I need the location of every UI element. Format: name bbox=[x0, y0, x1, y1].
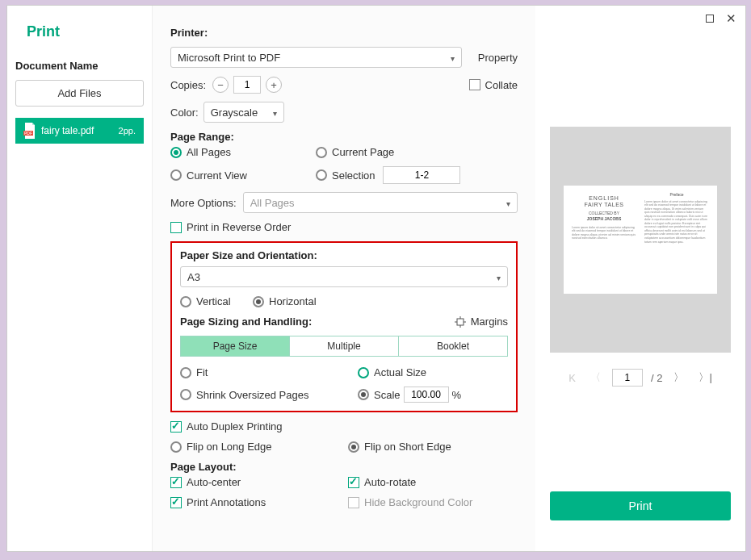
auto-rotate-checkbox[interactable]: Auto-rotate bbox=[348, 476, 416, 488]
more-options-value: All Pages bbox=[250, 197, 295, 209]
copies-input[interactable] bbox=[233, 76, 261, 94]
chevron-down-icon bbox=[497, 271, 501, 283]
preview-blurb-left: Lorem ipsum dolor sit amet consectetur a… bbox=[572, 226, 636, 240]
paper-label: Paper Size and Orientation: bbox=[180, 249, 317, 261]
printer-label: Printer: bbox=[170, 27, 208, 39]
scale-input[interactable] bbox=[404, 387, 449, 403]
pager-last[interactable]: 〉| bbox=[695, 370, 715, 385]
printer-dropdown[interactable]: Microsoft Print to PDF bbox=[170, 47, 462, 68]
collate-checkbox[interactable]: Collate bbox=[469, 79, 518, 91]
current-page-radio[interactable]: Current Page bbox=[316, 146, 394, 158]
print-dialog: ✕ Print Document Name Add Files PDF fair… bbox=[6, 5, 746, 552]
property-link[interactable]: Property bbox=[478, 52, 518, 64]
layout-label: Page Layout: bbox=[170, 461, 237, 473]
scale-unit: % bbox=[452, 389, 462, 401]
preview-blurb-right: Lorem ipsum dolor sit amet consectetur a… bbox=[644, 200, 709, 244]
duplex-checkbox[interactable]: Auto Duplex Printing bbox=[170, 420, 283, 433]
settings-panel: Printer: Microsoft Print to PDF Property… bbox=[153, 6, 535, 551]
tab-page-size[interactable]: Page Size bbox=[181, 336, 290, 356]
page-range-label: Page Range: bbox=[170, 131, 234, 143]
hide-bg-checkbox[interactable]: Hide Background Color bbox=[348, 496, 472, 508]
more-options-label: More Options: bbox=[170, 197, 237, 209]
document-name-label: Document Name bbox=[15, 60, 144, 72]
dialog-title: Print bbox=[27, 23, 144, 40]
print-button[interactable]: Print bbox=[550, 491, 731, 520]
add-files-button[interactable]: Add Files bbox=[15, 80, 144, 107]
color-dropdown[interactable]: Grayscale bbox=[203, 102, 284, 123]
sizing-label: Page Sizing and Handling: bbox=[180, 316, 312, 328]
sizing-tabbar: Page Size Multiple Booklet bbox=[180, 336, 508, 357]
fit-radio[interactable]: Fit bbox=[180, 366, 358, 378]
shrink-radio[interactable]: Shrink Oversized Pages bbox=[180, 389, 358, 401]
copies-decrement[interactable]: − bbox=[212, 77, 229, 93]
preview-title2: FAIRY TALES bbox=[585, 202, 624, 208]
color-value: Grayscale bbox=[211, 107, 258, 119]
file-name: fairy tale.pdf bbox=[41, 125, 114, 136]
chevron-down-icon bbox=[506, 197, 510, 209]
window-controls: ✕ bbox=[703, 12, 737, 25]
page-preview: ENGLISH FAIRY TALES COLLECTED BY JOSEPH … bbox=[550, 127, 731, 353]
pager-page-input[interactable] bbox=[612, 369, 643, 387]
current-view-radio[interactable]: Current View bbox=[170, 169, 316, 182]
tab-multiple[interactable]: Multiple bbox=[290, 336, 399, 356]
svg-text:PDF: PDF bbox=[24, 131, 32, 136]
tab-booklet[interactable]: Booklet bbox=[399, 336, 507, 356]
file-page-count: 2pp. bbox=[119, 126, 136, 136]
flip-long-radio[interactable]: Flip on Long Edge bbox=[170, 441, 348, 453]
flip-short-radio[interactable]: Flip on Short Edge bbox=[348, 441, 451, 453]
file-row[interactable]: PDF fairy tale.pdf 2pp. bbox=[15, 118, 144, 144]
preview-right-header: Preface bbox=[644, 192, 709, 198]
all-pages-radio[interactable]: All Pages bbox=[170, 146, 316, 158]
pager-total: / 2 bbox=[651, 372, 662, 384]
chevron-down-icon bbox=[451, 52, 455, 64]
preview-panel: ENGLISH FAIRY TALES COLLECTED BY JOSEPH … bbox=[535, 6, 745, 551]
paper-value: A3 bbox=[187, 271, 200, 283]
scale-radio[interactable]: Scale bbox=[358, 389, 401, 401]
more-options-dropdown[interactable]: All Pages bbox=[243, 192, 518, 213]
selection-range-input[interactable] bbox=[383, 166, 460, 184]
maximize-button[interactable] bbox=[703, 12, 716, 25]
pager-prev[interactable]: 〈 bbox=[587, 370, 604, 385]
horizontal-radio[interactable]: Horizontal bbox=[253, 295, 317, 307]
pager-first[interactable]: K bbox=[565, 372, 579, 384]
pager-next[interactable]: 〉 bbox=[670, 370, 687, 385]
svg-rect-2 bbox=[457, 319, 464, 325]
printer-value: Microsoft Print to PDF bbox=[178, 52, 280, 64]
margins-icon bbox=[455, 316, 466, 328]
close-button[interactable]: ✕ bbox=[724, 12, 737, 25]
actual-size-radio[interactable]: Actual Size bbox=[358, 366, 426, 378]
reverse-order-checkbox[interactable]: Print in Reverse Order bbox=[170, 221, 291, 233]
color-label: Color: bbox=[170, 107, 199, 119]
copies-label: Copies: bbox=[170, 79, 206, 91]
paper-size-dropdown[interactable]: A3 bbox=[180, 266, 508, 287]
preview-collected: COLLECTED BY bbox=[589, 211, 619, 215]
margins-button[interactable]: Margins bbox=[455, 316, 508, 328]
selection-radio[interactable]: Selection bbox=[316, 169, 375, 182]
preview-author: JOSEPH JACOBS bbox=[587, 216, 622, 221]
preview-page: ENGLISH FAIRY TALES COLLECTED BY JOSEPH … bbox=[564, 186, 717, 294]
chevron-down-icon bbox=[273, 107, 277, 119]
left-panel: Print Document Name Add Files PDF fairy … bbox=[7, 6, 153, 551]
copies-increment[interactable]: + bbox=[266, 77, 282, 93]
auto-center-checkbox[interactable]: Auto-center bbox=[170, 476, 348, 488]
vertical-radio[interactable]: Vertical bbox=[180, 295, 253, 307]
pdf-file-icon: PDF bbox=[23, 123, 36, 139]
preview-title1: ENGLISH bbox=[589, 195, 619, 202]
pager: K 〈 / 2 〉 〉| bbox=[550, 369, 731, 387]
annotations-checkbox[interactable]: Print Annotations bbox=[170, 496, 348, 508]
highlighted-section: Paper Size and Orientation: A3 Vertical … bbox=[170, 241, 518, 412]
